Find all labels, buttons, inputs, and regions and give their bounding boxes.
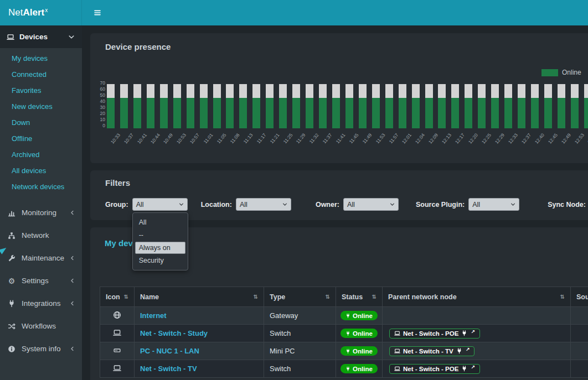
- chart-x-axis: 10:3310:3710:4110:4410:4910:5310:5711:01…: [109, 131, 588, 157]
- sidebar-item-network-devices[interactable]: Network devices: [0, 179, 82, 195]
- presence-bar: [385, 84, 393, 128]
- menu-toggle-button[interactable]: [94, 0, 101, 25]
- sidebar-item-offline[interactable]: Offline: [0, 131, 82, 147]
- device-name-link[interactable]: Net - Switch - TV: [140, 365, 197, 373]
- sort-icon[interactable]: ⇅: [254, 294, 258, 300]
- x-tick-label: 10:53: [175, 131, 183, 157]
- x-tick-label: 11:53: [374, 131, 381, 157]
- filter-select-owner[interactable]: All: [343, 198, 399, 211]
- presence-bar: [359, 84, 367, 128]
- sidebar-item-new-devices[interactable]: New devices: [0, 98, 82, 114]
- wrench-icon: [7, 254, 17, 262]
- x-tick-label: 12:09: [427, 131, 435, 157]
- column-header-parent-network-node[interactable]: Parent network node⇅: [388, 293, 565, 301]
- x-tick-label: 12:33: [506, 131, 514, 157]
- menu-label: Network: [22, 231, 49, 240]
- filter-field-sync-node: Sync Node:All: [548, 198, 588, 211]
- column-label: Icon: [106, 293, 120, 301]
- sidebar-item-monitoring[interactable]: Monitoring: [0, 201, 82, 224]
- network-icon: [7, 232, 17, 240]
- x-tick-label: 12:57: [586, 131, 588, 157]
- column-header-icon[interactable]: Icon⇅: [106, 293, 128, 301]
- column-header-name[interactable]: Name⇅: [140, 293, 258, 301]
- device-name-link[interactable]: Net - Switch - Study: [140, 329, 208, 337]
- x-tick-label: 12:53: [572, 131, 580, 157]
- menu-label: Maintenance: [22, 254, 64, 262]
- device-name-link[interactable]: Internet: [140, 311, 167, 320]
- chart-icon: [7, 209, 17, 217]
- x-tick-label: 11:37: [321, 131, 328, 157]
- y-tick-label: 30: [100, 105, 105, 110]
- dropdown-option-always-on[interactable]: Always on: [135, 242, 185, 254]
- select-value: All: [347, 201, 390, 209]
- dropdown-option-all[interactable]: All: [135, 216, 185, 228]
- x-tick-label: 12:25: [479, 131, 487, 157]
- device-type: Switch: [264, 325, 336, 342]
- x-tick-label: 11:57: [387, 131, 395, 157]
- presence-bar: [147, 84, 154, 128]
- y-tick-label: 10: [100, 117, 105, 122]
- y-tick-label: 20: [100, 111, 105, 116]
- x-tick-label: 11:08: [228, 131, 235, 157]
- sidebar-item-all-devices[interactable]: All devices: [0, 163, 82, 179]
- external-link-icon: ↗: [471, 329, 475, 335]
- sort-icon[interactable]: ⇅: [372, 294, 376, 300]
- sidebar-item-maintenance[interactable]: Maintenance: [0, 247, 82, 269]
- device-row: Net - Switch - Study Switch Online Net -…: [100, 325, 588, 342]
- plug-icon: [7, 300, 17, 308]
- device-row: PC - NUC 1 - LAN Mini PC Online Net - Sw…: [100, 342, 588, 360]
- presence-bar: [518, 84, 525, 128]
- menu-icon: [94, 9, 101, 17]
- parent-node-badge[interactable]: Net - Switch - TV↗: [389, 346, 474, 356]
- presence-bar: [226, 84, 234, 128]
- filter-select-source-plugin[interactable]: All: [468, 198, 519, 211]
- sidebar-item-integrations[interactable]: Integrations: [0, 292, 82, 315]
- parent-node-badge[interactable]: Net - Switch - POE↗: [389, 364, 480, 374]
- sidebar-item-down[interactable]: Down: [0, 114, 82, 131]
- x-tick-label: 11:29: [294, 131, 302, 157]
- sidebar-item-workflows[interactable]: Workflows: [0, 315, 82, 337]
- dropdown-option-security[interactable]: Security: [135, 254, 185, 267]
- presence-bar: [465, 84, 472, 128]
- dropdown-option-dash[interactable]: --: [135, 229, 185, 241]
- column-header-type[interactable]: Type⇅: [270, 293, 330, 301]
- sort-icon[interactable]: ⇅: [560, 294, 565, 300]
- external-link-icon: ↗: [471, 365, 475, 370]
- presence-bar: [504, 84, 512, 128]
- presence-bar: [531, 84, 539, 128]
- info-icon: [7, 345, 17, 353]
- sidebar-item-settings[interactable]: ⚙Settings: [0, 269, 82, 292]
- sidebar-item-connected[interactable]: Connected: [0, 66, 82, 82]
- sidebar-item-archived[interactable]: Archived: [0, 147, 82, 163]
- sidebar-item-system-info[interactable]: System info: [0, 337, 82, 360]
- app-logo[interactable]: NetAlertx: [0, 0, 82, 25]
- presence-bar: [399, 84, 406, 128]
- filter-select-location[interactable]: All: [236, 198, 291, 211]
- sidebar-item-network[interactable]: Network: [0, 224, 82, 247]
- sidebar-item-devices[interactable]: Devices: [0, 25, 82, 48]
- chart-bars: [107, 81, 588, 128]
- chart-y-axis: 706050403020100: [98, 81, 107, 128]
- filter-field-owner: Owner:All: [316, 198, 399, 211]
- sort-icon[interactable]: ⇅: [326, 294, 330, 300]
- sidebar-item-my-devices[interactable]: My devices: [0, 50, 82, 66]
- sidebar-item-favorites[interactable]: Favorites: [0, 82, 82, 98]
- presence-bar: [584, 84, 588, 128]
- device-name-link[interactable]: PC - NUC 1 - LAN: [140, 347, 199, 355]
- sort-icon[interactable]: ⇅: [124, 294, 128, 300]
- menu-label: Integrations: [22, 299, 61, 308]
- caret-down-icon: [390, 202, 395, 207]
- brand-prefix: Net: [8, 7, 23, 18]
- column-header-status[interactable]: Status⇅: [342, 293, 376, 301]
- presence-bar: [252, 84, 260, 128]
- presence-bar: [120, 84, 128, 128]
- column-header-sou[interactable]: Sou: [576, 293, 588, 301]
- parent-node-badge[interactable]: Net - Switch - POE↗: [389, 329, 480, 339]
- filter-select-group[interactable]: AllAll--Always onSecurity: [132, 198, 188, 211]
- presence-bar: [451, 84, 459, 128]
- empty-cell: [571, 307, 588, 325]
- menu-label: Settings: [22, 277, 49, 285]
- device-presence-card: Device presence Online 706050403020100 1…: [90, 33, 588, 163]
- chart-legend: Online: [541, 69, 581, 76]
- presence-bar: [279, 84, 287, 128]
